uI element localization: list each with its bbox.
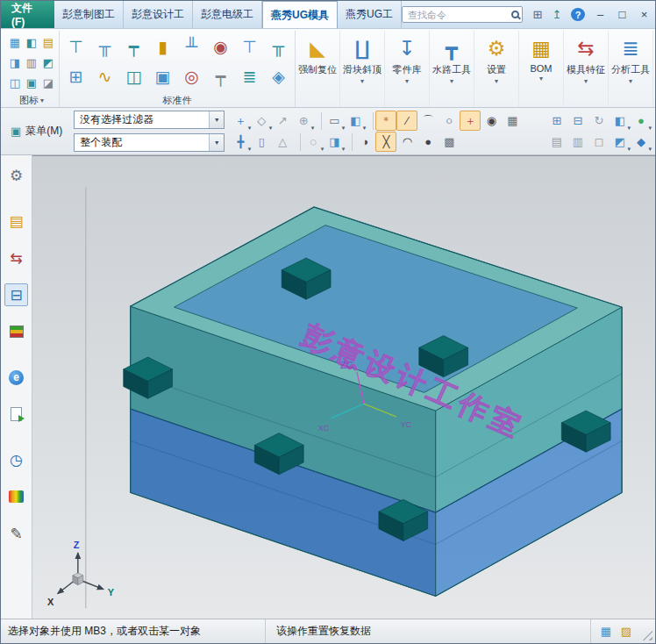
icon-grid-4[interactable]: ◨ [7, 53, 23, 72]
render-mode-icon[interactable]: ◩ [610, 132, 631, 152]
ejector-pin-icon[interactable]: ⊤ [62, 32, 89, 61]
rotate-view-icon[interactable]: ⊕ [293, 111, 314, 131]
snap-tangent-icon[interactable]: ◠ [396, 132, 417, 152]
wireframe-icon[interactable]: ◻ [588, 132, 610, 152]
tab-yanxiu-tools[interactable]: 燕秀UG工具 [338, 1, 402, 28]
tab-pengyi-drafting[interactable]: 彭意制图工 [54, 1, 124, 28]
ring-icon[interactable]: ◎ [178, 63, 205, 91]
move-face-icon[interactable]: ↗ [272, 111, 293, 131]
mold-features-button[interactable]: ⇆ 模具特征 [564, 31, 609, 107]
icon-grid-3[interactable]: ▤ [40, 32, 56, 52]
search-input[interactable] [408, 10, 508, 20]
roles-gear-icon[interactable]: ⚙ [4, 164, 28, 187]
icon-grid-8[interactable]: ▣ [24, 73, 39, 92]
icon-grid-1[interactable]: ▦ [7, 32, 23, 52]
triad-y-axis[interactable] [82, 581, 103, 590]
viewport-canvas[interactable]: 彭意设计工作室 ZC XC YC Z X [32, 156, 655, 619]
icon-grid-6[interactable]: ◩ [40, 53, 56, 72]
view-triad[interactable]: Z X Y [47, 540, 115, 607]
help-button[interactable]: ? [571, 8, 585, 21]
icon-grid-5[interactable]: ▥ [24, 53, 39, 72]
scale-view-icon[interactable]: △ [272, 132, 293, 152]
lasso-select-icon[interactable]: ◌ [303, 132, 324, 152]
icon-grid-2[interactable]: ◧ [24, 32, 39, 52]
snap-center-icon[interactable]: ◉ [481, 111, 502, 131]
command-search[interactable] [402, 6, 523, 23]
layers-icon[interactable] [4, 320, 28, 343]
support-pin-icon[interactable]: ╨ [178, 32, 205, 61]
guide-pin-icon[interactable]: ┯ [120, 32, 147, 61]
plane-tool-icon[interactable]: ▯ [251, 132, 272, 152]
settings-button[interactable]: ⚙ 设置 [474, 31, 519, 107]
snap-arc-icon[interactable]: ⌒ [417, 111, 439, 131]
file-menu-button[interactable]: 文件(F) [1, 1, 54, 28]
clipboard-icon[interactable]: ▦ [598, 624, 614, 640]
snap-point-tool-icon[interactable]: ＋ [230, 111, 251, 131]
tab-pengyi-electrode[interactable]: 彭意电级工 [193, 1, 262, 28]
rail-icon[interactable]: ≣ [236, 63, 263, 91]
analysis-tools-button[interactable]: ≣ 分析工具 [609, 31, 653, 107]
snap-grid-icon[interactable]: ▩ [439, 132, 460, 152]
sleeve-pin-icon[interactable]: ╥ [91, 32, 118, 61]
render-style-icon[interactable]: ◨ [324, 132, 345, 152]
selection-filter-combo[interactable]: 没有选择过滤器 [74, 111, 225, 129]
snap-endpoint-icon[interactable]: ∕ [396, 111, 417, 131]
group-label-icons[interactable]: 图标 [7, 93, 56, 107]
force-reset-button[interactable]: ◣ 强制复位 [296, 31, 340, 107]
pad-icon[interactable]: ▣ [149, 63, 176, 91]
search-icon[interactable] [511, 11, 519, 18]
parts-library-button[interactable]: ↧ 零件库 [385, 31, 430, 107]
sync-icon[interactable]: ↥ [547, 6, 567, 24]
snap-quadrant-icon[interactable]: ◑ [354, 132, 375, 152]
web-browser-icon[interactable]: e [4, 366, 28, 389]
dropdown-arrow-icon[interactable] [209, 134, 224, 151]
waterway-tools-button[interactable]: ┳ 水路工具 [430, 31, 474, 107]
snap-intersection-icon[interactable]: ╳ [375, 132, 396, 152]
gem-display-icon[interactable]: ◆ [631, 132, 652, 152]
palette-icon[interactable] [4, 485, 28, 508]
block-icon[interactable]: ◫ [120, 63, 147, 91]
part-navigator-icon[interactable]: ⊟ [4, 283, 28, 306]
snap-enable-icon[interactable]: ＊ [375, 111, 396, 131]
gate-icon[interactable]: ◈ [265, 63, 292, 91]
wcs-orient-icon[interactable]: ╋ [230, 132, 251, 152]
display-cube-icon[interactable]: ◧ [610, 111, 631, 131]
plate-icon[interactable]: ⊞ [62, 63, 89, 91]
maximize-button[interactable]: □ [611, 1, 633, 28]
shoulder-pin-icon[interactable]: ╥ [265, 32, 292, 61]
fit-window-icon[interactable]: ⊞ [546, 111, 567, 131]
pane-toggle-icon[interactable]: ▤ [546, 132, 567, 152]
rectangle-select-icon[interactable]: ▭ [324, 111, 345, 131]
refresh-icon[interactable]: ↻ [588, 111, 610, 131]
triad-x-axis[interactable] [58, 581, 75, 594]
slider-lifter-button[interactable]: ∐ 滑块斜顶 [340, 31, 385, 107]
minimize-button[interactable]: – [589, 1, 611, 28]
icon-grid-9[interactable]: ◪ [40, 73, 56, 92]
locating-ring-icon[interactable]: ◉ [207, 32, 234, 61]
mold-model[interactable] [131, 207, 622, 596]
tab-pengyi-design[interactable]: 彭意设计工 [124, 1, 193, 28]
layout-icon[interactable]: ▥ [567, 132, 588, 152]
new-window-icon[interactable]: ⊟ [567, 111, 588, 131]
snap-point-icon[interactable]: ＋ [460, 111, 481, 131]
document-export-icon[interactable] [4, 403, 28, 426]
datum-plane-icon[interactable]: ◇ [251, 111, 272, 131]
window-gallery-icon[interactable]: ⊞ [528, 6, 547, 24]
scope-combo[interactable]: 整个装配 [74, 133, 225, 152]
menu-button[interactable]: ▣ 菜单(M) [4, 111, 68, 152]
panel-icon[interactable]: ▨ [618, 624, 634, 640]
insert-block-icon[interactable]: ▮ [149, 32, 176, 61]
pillar-icon[interactable]: ┯ [207, 63, 234, 91]
bom-button[interactable]: ▦ BOM [519, 31, 564, 107]
grid-snap-icon[interactable]: ▦ [502, 111, 523, 131]
spring-icon[interactable]: ∿ [91, 63, 118, 91]
dropdown-arrow-icon[interactable] [209, 111, 224, 128]
constraint-navigator-icon[interactable]: ⇆ [4, 247, 28, 269]
snap-node-icon[interactable]: ● [417, 132, 439, 152]
snap-circle-icon[interactable]: ○ [439, 111, 460, 131]
material-sphere-icon[interactable]: ● [631, 111, 652, 131]
close-button[interactable]: × [633, 1, 655, 28]
icon-grid-7[interactable]: ◫ [7, 73, 23, 92]
pen-icon[interactable]: ✎ [4, 522, 28, 545]
straight-pin-icon[interactable]: ⊤ [236, 32, 263, 61]
